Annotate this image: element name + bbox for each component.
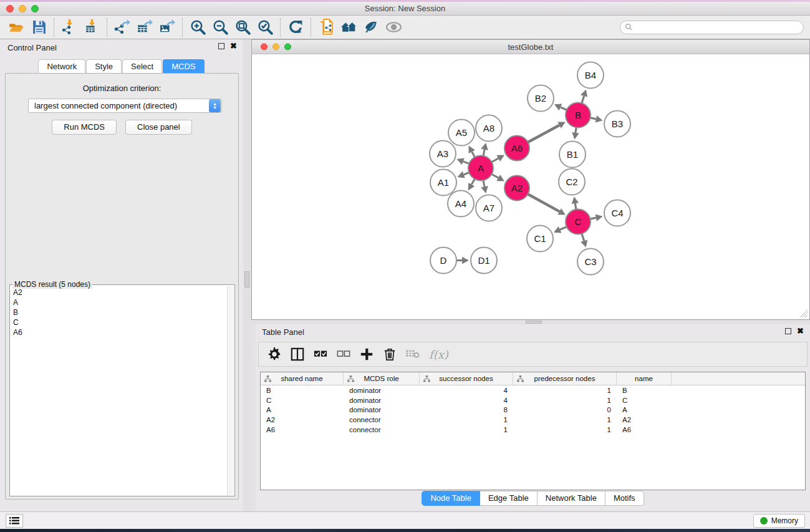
network-canvas[interactable]: B4B2BB3A8A5A6A3B1AA1C2A2A4A7C4CC1C3DD1 bbox=[251, 54, 810, 320]
resize-grip-icon[interactable] bbox=[799, 309, 808, 318]
graph-node-C3[interactable]: C3 bbox=[577, 249, 604, 275]
graph-node-D[interactable]: D bbox=[430, 248, 456, 274]
result-scrollbar[interactable] bbox=[227, 286, 234, 495]
tab-motifs[interactable]: Motifs bbox=[605, 491, 644, 506]
graph-node-C4[interactable]: C4 bbox=[604, 200, 630, 226]
unchecked-boxes-icon[interactable] bbox=[337, 347, 350, 361]
network-file-icon[interactable] bbox=[315, 18, 337, 37]
graph-node-C2[interactable]: C2 bbox=[559, 169, 585, 195]
zoom-fit-icon[interactable] bbox=[231, 18, 254, 37]
tab-node-table[interactable]: Node Table bbox=[422, 491, 480, 506]
tab-select[interactable]: Select bbox=[122, 59, 162, 74]
graph-node-B4[interactable]: B4 bbox=[577, 62, 604, 89]
vertical-splitter[interactable] bbox=[243, 39, 251, 511]
trash-icon[interactable] bbox=[383, 347, 397, 361]
export-image-icon[interactable] bbox=[156, 18, 178, 37]
splitter-handle[interactable] bbox=[526, 321, 542, 324]
node-table[interactable]: shared nameMCDS rolesuccessor nodesprede… bbox=[260, 372, 806, 490]
network-window-titlebar[interactable]: testGlobe.txt bbox=[251, 39, 810, 54]
zoom-network-window-button[interactable] bbox=[284, 44, 291, 51]
checked-boxes-icon[interactable] bbox=[314, 347, 327, 361]
close-network-window-button[interactable] bbox=[261, 44, 268, 51]
graph-node-A6[interactable]: A6 bbox=[504, 136, 529, 161]
graph-node-C[interactable]: C bbox=[566, 210, 591, 235]
search-field[interactable] bbox=[620, 21, 804, 34]
zoom-selected-icon[interactable] bbox=[254, 18, 276, 37]
toggle-graphics-icon[interactable] bbox=[360, 18, 382, 37]
graph-node-B3[interactable]: B3 bbox=[604, 111, 630, 137]
save-icon[interactable] bbox=[27, 18, 50, 37]
table-row[interactable]: A6connector11A6 bbox=[261, 425, 805, 435]
column-header-successor-nodes[interactable]: successor nodes bbox=[420, 372, 513, 385]
graph-node-B1[interactable]: B1 bbox=[559, 142, 586, 168]
table-row[interactable]: Bdominator41B bbox=[261, 385, 805, 395]
memory-button[interactable]: Memory bbox=[753, 514, 805, 528]
optimization-criterion-dropdown[interactable]: largest connected component (directed) ▲… bbox=[28, 99, 222, 113]
search-input[interactable] bbox=[633, 22, 803, 33]
network-graph[interactable]: B4B2BB3A8A5A6A3B1AA1C2A2A4A7C4CC1C3DD1 bbox=[252, 54, 809, 319]
close-window-button[interactable] bbox=[6, 5, 14, 12]
result-item[interactable]: A2 bbox=[13, 288, 227, 297]
delete-table-icon[interactable] bbox=[406, 347, 420, 361]
zoom-out-icon[interactable] bbox=[209, 18, 231, 37]
export-network-icon[interactable] bbox=[111, 18, 133, 37]
graph-node-A8[interactable]: A8 bbox=[476, 115, 502, 142]
tab-mcds[interactable]: MCDS bbox=[163, 59, 204, 74]
minimize-window-button[interactable] bbox=[19, 5, 26, 12]
task-history-button[interactable] bbox=[6, 514, 23, 528]
graph-node-B2[interactable]: B2 bbox=[528, 85, 554, 112]
close-panel-icon[interactable]: ✖ bbox=[797, 328, 804, 334]
table-row[interactable]: Cdominator41C bbox=[261, 395, 805, 405]
graph-node-A7[interactable]: A7 bbox=[476, 195, 502, 221]
horizontal-splitter[interactable] bbox=[251, 320, 810, 324]
tab-edge-table[interactable]: Edge Table bbox=[480, 491, 538, 506]
run-mcds-button[interactable]: Run MCDS bbox=[52, 120, 117, 135]
app-titlebar: Session: New Session bbox=[0, 2, 810, 16]
graph-node-A2[interactable]: A2 bbox=[504, 176, 529, 201]
refresh-icon[interactable] bbox=[284, 18, 307, 37]
tab-network-table[interactable]: Network Table bbox=[538, 491, 605, 506]
svg-text:C2: C2 bbox=[566, 177, 577, 187]
columns-icon[interactable] bbox=[291, 347, 304, 361]
zoom-window-button[interactable] bbox=[31, 5, 39, 12]
graph-node-D1[interactable]: D1 bbox=[471, 248, 497, 274]
home-icon[interactable] bbox=[337, 18, 360, 37]
column-header-shared-name[interactable]: shared name bbox=[261, 372, 344, 385]
minimize-network-window-button[interactable] bbox=[272, 44, 279, 51]
open-folder-icon[interactable] bbox=[5, 18, 27, 37]
gear-icon[interactable] bbox=[268, 347, 281, 361]
function-builder-icon[interactable]: f(x) bbox=[429, 348, 448, 361]
tab-style[interactable]: Style bbox=[86, 59, 122, 74]
graph-node-A1[interactable]: A1 bbox=[430, 170, 456, 196]
table-row[interactable]: Adominator80A bbox=[261, 405, 805, 415]
close-panel-icon[interactable]: ✖ bbox=[230, 43, 237, 49]
network-view-window: testGlobe.txt B4B2BB3A8A5A6A3B1AA1C2A2A4… bbox=[251, 39, 810, 320]
zoom-in-icon[interactable] bbox=[186, 18, 209, 37]
plus-icon[interactable] bbox=[360, 347, 374, 361]
import-table-icon[interactable] bbox=[80, 18, 103, 37]
splitter-handle[interactable] bbox=[244, 271, 249, 288]
export-table-icon[interactable] bbox=[133, 18, 156, 37]
graph-node-C1[interactable]: C1 bbox=[527, 226, 553, 252]
import-network-icon[interactable] bbox=[58, 18, 80, 37]
graph-node-A5[interactable]: A5 bbox=[448, 120, 475, 146]
column-header-predecessor-nodes[interactable]: predecessor nodes bbox=[513, 372, 617, 385]
graph-node-B[interactable]: B bbox=[566, 103, 591, 128]
result-item[interactable]: B bbox=[13, 307, 227, 317]
graph-node-A3[interactable]: A3 bbox=[430, 141, 456, 167]
graph-node-A[interactable]: A bbox=[468, 156, 493, 181]
float-panel-icon[interactable] bbox=[218, 43, 224, 49]
float-panel-icon[interactable] bbox=[785, 328, 791, 334]
result-item[interactable]: A bbox=[13, 297, 227, 307]
control-panel-tabs: NetworkStyleSelectMCDS bbox=[0, 59, 243, 74]
result-item[interactable]: A6 bbox=[13, 327, 227, 337]
close-panel-button[interactable]: Close panel bbox=[125, 120, 192, 135]
graph-node-A4[interactable]: A4 bbox=[448, 191, 474, 217]
table-row[interactable]: A2connector11A2 bbox=[261, 415, 805, 425]
mcds-result-list[interactable]: A2ABCA6 bbox=[11, 286, 227, 495]
column-header-MCDS-role[interactable]: MCDS role bbox=[344, 372, 420, 385]
tab-network[interactable]: Network bbox=[38, 59, 85, 74]
column-header-name[interactable]: name bbox=[617, 372, 672, 385]
eye-icon[interactable] bbox=[382, 18, 405, 37]
result-item[interactable]: C bbox=[13, 317, 227, 327]
